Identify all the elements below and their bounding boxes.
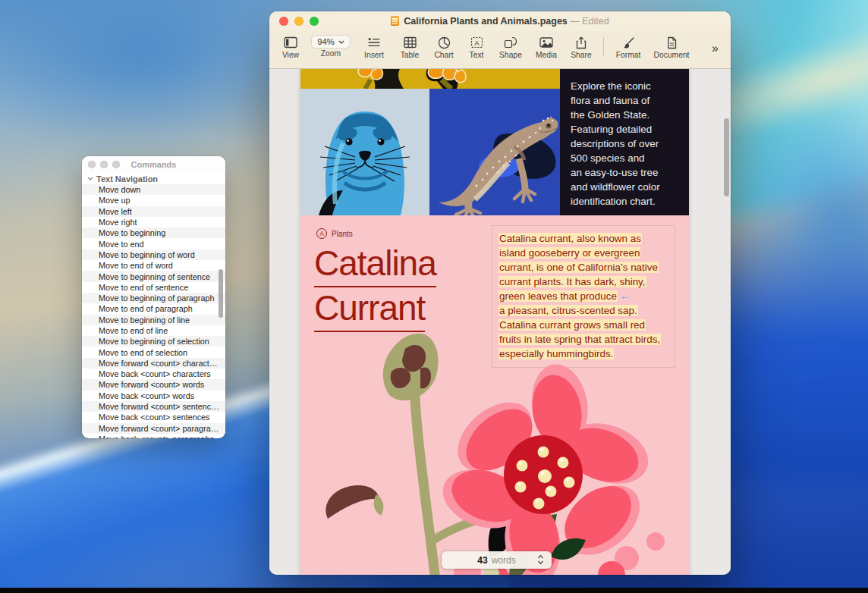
insert-icon [367,35,381,50]
command-list-item[interactable]: Move back <count> paragraphs [82,434,225,438]
pages-scrollbar[interactable] [724,118,729,196]
commands-window-title: Commands [82,160,225,169]
format-paintbrush-icon [622,35,635,50]
pages-titlebar[interactable]: California Plants and Animals.pages — Ed… [269,11,731,31]
pages-window: California Plants and Animals.pages — Ed… [269,11,731,575]
command-list-item[interactable]: Move down [82,184,225,195]
toolbar-overflow-button[interactable]: » [707,42,723,55]
toolbar-share-button[interactable]: Share [564,35,599,59]
command-list-item[interactable]: Move up [82,195,225,206]
commands-window: Commands Text Navigation Move down Move … [82,156,225,438]
chart-icon [438,35,451,50]
table-icon [404,35,417,50]
flower-image[interactable] [300,329,689,575]
poppy-band-image[interactable] [300,69,560,89]
toolbar-chart-button[interactable]: Chart [427,35,461,59]
command-list-item[interactable]: Move to end of paragraph [82,303,225,314]
command-list-item[interactable]: Move to end of line [82,325,225,336]
toolbar-format-button[interactable]: Format [609,35,648,59]
toolbar-view-button[interactable]: View [275,35,306,59]
line-break-marker: ← [620,290,630,302]
command-list-item[interactable]: Move to end of sentence [82,282,225,293]
command-list-item[interactable]: Move to beginning of selection [82,336,225,347]
seal-image[interactable] [300,89,429,215]
word-count-unit: words [492,555,516,566]
document-page[interactable]: Explore the iconic flora and fauna of th… [300,69,689,575]
command-list-item[interactable]: Move to beginning of paragraph [82,293,225,303]
document-page-icon [666,35,678,50]
command-list-item[interactable]: Move back <count> characters [82,369,225,379]
screen-bottom-edge [0,588,868,593]
disclosure-chevron-icon [87,177,93,180]
commands-scrollbar[interactable] [219,269,223,318]
command-list-item[interactable]: Move forward <count> sentenc… [82,401,225,412]
command-list-item[interactable]: Move to end of selection [82,347,225,357]
lizard-image[interactable] [429,89,560,215]
commands-list: Move down Move up Move left Move right M… [82,184,225,438]
share-icon [575,35,587,50]
word-count-stepper-icon[interactable] [537,554,544,565]
document-title: Catalina Currant [314,243,436,332]
category-label: A Plants [316,228,353,239]
command-list-item[interactable]: Move to end of word [82,260,225,271]
pages-content-area: Explore the iconic flora and fauna of th… [269,69,731,575]
text-icon: A [470,35,483,50]
command-list-item[interactable]: Move to beginning of sentence [82,271,225,281]
command-list-item[interactable]: Move back <count> words [82,391,225,401]
toolbar-table-button[interactable]: Table [392,35,427,59]
commands-section-header[interactable]: Text Navigation [82,173,225,184]
command-list-item[interactable]: Move left [82,206,225,217]
command-list-item[interactable]: Move forward <count> words [82,379,225,390]
window-title: California Plants and Animals.pages — Ed… [269,16,731,27]
media-icon [539,35,553,50]
commands-titlebar[interactable]: Commands [82,156,225,173]
edited-label: — Edited [570,16,609,27]
category-text: Plants [332,230,353,238]
word-count-pill[interactable]: 43 words [442,551,552,569]
toolbar-media-button[interactable]: Media [529,35,564,59]
word-count-value: 43 [477,555,487,566]
intro-text-box[interactable]: Explore the iconic flora and fauna of th… [560,69,689,215]
command-list-item[interactable]: Move to beginning of word [82,249,225,260]
pages-document-icon [391,16,399,26]
command-list-item[interactable]: Move to end [82,238,225,249]
toolbar-insert-button[interactable]: Insert [356,35,392,59]
toolbar-separator [603,37,604,55]
zoom-dropdown[interactable]: 94% [311,35,351,49]
toolbar-zoom-control[interactable]: 94% Zoom [306,35,356,58]
toolbar-shape-button[interactable]: Shape [492,35,529,59]
toolbar-text-button[interactable]: A Text [461,35,492,59]
toolbar-document-button[interactable]: Document [648,35,695,59]
view-sidebar-icon [284,35,297,50]
svg-text:A: A [474,39,480,47]
command-list-item[interactable]: Move forward <count> charact… [82,358,225,369]
shape-icon [504,35,517,50]
command-list-item[interactable]: Move to beginning [82,227,225,238]
command-list-item[interactable]: Move forward <count> paragra… [82,423,225,434]
category-badge: A [316,228,327,239]
chevron-down-icon [338,40,344,44]
pages-toolbar: View 94% Zoom Insert Table Chart [269,31,731,69]
command-list-item[interactable]: Move back <count> sentences [82,412,225,422]
command-list-item[interactable]: Move to beginning of line [82,315,225,325]
command-list-item[interactable]: Move right [82,217,225,227]
